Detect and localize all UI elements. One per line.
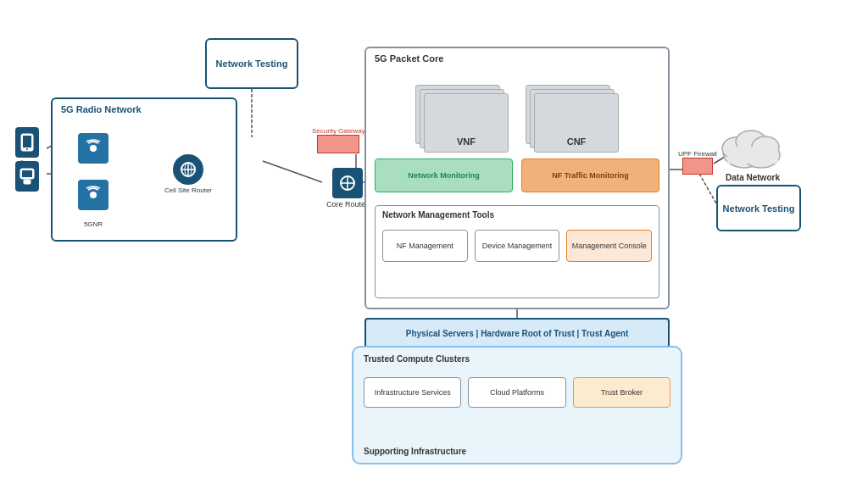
cell-site-router-icon xyxy=(173,154,203,185)
cnf-stack: CNF xyxy=(526,85,619,161)
diagram-container: R16 5G UEs 5G Radio Network xyxy=(0,0,868,495)
data-network-label: Data Network xyxy=(726,173,780,182)
monitoring-row: Network Monitoring NF Traffic Monitoring xyxy=(375,159,659,192)
svg-point-19 xyxy=(90,145,97,152)
trusted-compute-title: Trusted Compute Clusters xyxy=(364,354,470,364)
cell-site-router-label: Cell Site Router xyxy=(163,186,214,194)
packet-core-title: 5G Packet Core xyxy=(375,53,443,64)
nf-management-box: NF Management xyxy=(382,230,468,262)
physical-servers-bar: Physical Servers | Hardware Root of Trus… xyxy=(364,318,670,348)
data-network-cloud xyxy=(719,123,787,170)
ue-device-1 xyxy=(15,127,39,158)
ue-device-2 xyxy=(15,161,39,192)
vnf-label: VNF xyxy=(425,136,508,147)
core-router: Core Router xyxy=(324,168,370,209)
vnf-stack: VNF xyxy=(415,85,509,161)
svg-point-20 xyxy=(90,192,97,198)
cnf-label: CNF xyxy=(535,136,618,147)
trusted-compute-box: Trusted Compute Clusters Infrastructure … xyxy=(352,346,682,464)
svg-rect-33 xyxy=(727,147,778,164)
network-testing-top: Network Testing xyxy=(205,38,298,89)
gnb1-label: gNB xyxy=(86,165,102,174)
svg-rect-14 xyxy=(23,136,31,147)
gnb1-icon xyxy=(78,133,108,164)
packet-core-box: 5G Packet Core VNF CNF Network Mo xyxy=(364,47,670,309)
radio-network-title: 5G Radio Network xyxy=(61,104,142,114)
svg-point-15 xyxy=(26,148,28,150)
gnb2-icon xyxy=(78,180,108,210)
device-management-box: Device Management xyxy=(475,230,560,262)
network-monitoring-box: Network Monitoring xyxy=(375,159,513,192)
nf-traffic-monitoring-box: NF Traffic Monitoring xyxy=(521,159,659,192)
svg-rect-18 xyxy=(24,180,31,184)
svg-line-10 xyxy=(699,174,716,203)
supporting-infra-label: Supporting Infrastructure xyxy=(364,447,466,456)
svg-line-4 xyxy=(263,161,322,182)
fivegnr-label: 5GNR xyxy=(84,220,103,228)
core-router-icon xyxy=(332,168,363,198)
mgmt-tools-title: Network Management Tools xyxy=(382,210,494,220)
data-network: Data Network xyxy=(719,123,787,182)
infra-services-box: Infrastructure Services xyxy=(364,377,461,408)
radio-network-box: 5G Radio Network gNB gNB xyxy=(51,97,237,242)
mgmt-tools-row: NF Management Device Management Manageme… xyxy=(382,230,652,262)
cell-site-router: Cell Site Router xyxy=(163,154,214,194)
trust-broker-box: Trust Broker xyxy=(573,377,670,408)
upf-firewall: UPF Firewall xyxy=(678,148,717,175)
cnf-card-front: CNF xyxy=(534,93,619,153)
security-gateway-bar xyxy=(317,135,359,153)
ue-devices xyxy=(15,127,39,192)
security-gateway-label: Security Gateway xyxy=(312,127,365,135)
network-testing-right: Network Testing xyxy=(716,185,801,231)
core-router-label: Core Router xyxy=(324,200,370,209)
vnf-card-front: VNF xyxy=(424,93,509,153)
gnb2-node: gNB 5GNR xyxy=(78,180,108,228)
mgmt-tools-box: Network Management Tools NF Management D… xyxy=(375,205,659,298)
upf-firewall-bar xyxy=(682,158,713,175)
security-gateway: Security Gateway xyxy=(312,125,365,153)
svg-rect-17 xyxy=(22,170,32,177)
upf-firewall-label: UPF Firewall xyxy=(678,150,717,158)
gnb2-label: gNB xyxy=(86,212,102,220)
cloud-platforms-box: Cloud Platforms xyxy=(468,377,565,408)
trusted-compute-row: Infrastructure Services Cloud Platforms … xyxy=(364,377,670,408)
management-console-box: Management Console xyxy=(566,230,652,262)
gnb1-node: gNB xyxy=(78,133,108,174)
